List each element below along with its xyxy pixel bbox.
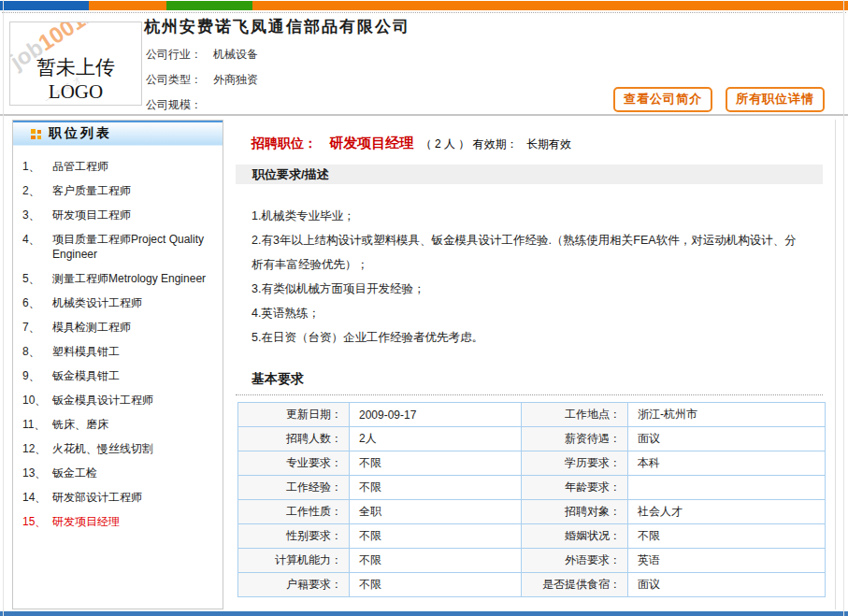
logo-placeholder-text: 暂未上传LOGO xyxy=(10,54,141,104)
job-list-item-8[interactable]: 8、塑料模具钳工 xyxy=(13,339,223,364)
company-field-2: 公司类型：外商独资 xyxy=(146,69,258,94)
req-label: 工作地点： xyxy=(522,403,628,427)
job-list-header: 职位列表 xyxy=(13,121,223,146)
requirements-row-5: 工作性质：全职招聘对象：社会人才 xyxy=(238,500,826,524)
description-line-2: 2.有3年以上结构设计或塑料模具、钣金模具设计工作经验.（熟练使用相关FEA软件… xyxy=(252,228,808,277)
basic-requirements-table: 更新日期：2009-09-17工作地点：浙江-杭州市招聘人数：2人薪资待遇：面议… xyxy=(237,402,826,597)
job-description-section-title: 职位要求/描述 xyxy=(236,165,823,184)
basic-requirements-title: 基本要求 xyxy=(236,371,823,395)
requirements-row-3: 专业要求：不限学历要求：本科 xyxy=(238,451,826,476)
req-value: 不限 xyxy=(350,476,522,500)
requirements-row-7: 计算机能力：不限外语要求：英语 xyxy=(238,549,826,573)
grid-squares-icon xyxy=(31,129,41,139)
company-header: job1001.com 一览英才 暂未上传LOGO 杭州安费诺飞凤通信部品有限公… xyxy=(4,14,843,114)
req-label: 计算机能力： xyxy=(238,549,350,573)
job-list-item-number: 5、 xyxy=(22,271,52,286)
req-value: 2人 xyxy=(350,427,522,451)
top-bar-segment-1 xyxy=(0,1,89,10)
company-field-1: 公司行业：机械设备 xyxy=(146,44,258,69)
job-list-item-5[interactable]: 5、测量工程师Metrology Engineer xyxy=(13,266,223,291)
job-list-item-label: 客户质量工程师 xyxy=(52,183,219,198)
top-bar-segment-2 xyxy=(89,1,166,10)
job-list-item-number: 8、 xyxy=(22,344,52,359)
description-line-4: 4.英语熟练； xyxy=(252,301,808,325)
req-value: 不限 xyxy=(350,549,522,573)
job-list-item-number: 14、 xyxy=(22,490,52,505)
company-logo-placeholder: job1001.com 一览英才 暂未上传LOGO xyxy=(9,21,142,106)
job-list-item-13[interactable]: 13、钣金工检 xyxy=(13,461,223,485)
job-list-item-label: 钣金模具设计工程师 xyxy=(52,393,219,408)
job-list-item-12[interactable]: 12、火花机、慢丝线切割 xyxy=(13,437,223,461)
job-list-item-label: 铣床、磨床 xyxy=(52,417,219,432)
view-company-profile-button[interactable]: 查看公司简介 xyxy=(613,87,712,112)
req-value: 不限 xyxy=(350,573,522,597)
job-list-item-number: 7、 xyxy=(22,320,52,335)
job-list-item-number: 13、 xyxy=(22,466,52,480)
job-list-item-label: 钣金工检 xyxy=(52,466,219,480)
header-buttons: 查看公司简介所有职位详情 xyxy=(600,87,825,112)
job-list-item-label: 塑料模具钳工 xyxy=(52,344,219,359)
validity-value: 长期有效 xyxy=(526,137,571,150)
all-job-details-button[interactable]: 所有职位详情 xyxy=(726,87,825,112)
req-label: 招聘人数： xyxy=(238,427,350,451)
job-header: 招聘职位： 研发项目经理 （ 2 人 ） 有效期： 长期有效 xyxy=(252,135,823,152)
req-label: 更新日期： xyxy=(238,403,350,427)
job-list-item-number: 2、 xyxy=(22,183,52,198)
job-list-item-label: 品管工程师 xyxy=(52,159,219,174)
company-field-label: 公司规模： xyxy=(146,98,202,111)
req-label: 是否提供食宿： xyxy=(522,573,628,597)
req-value: 全职 xyxy=(350,500,522,524)
job-list-item-3[interactable]: 3、研发项目工程师 xyxy=(13,203,223,227)
job-list: 1、品管工程师2、客户质量工程师3、研发项目工程师4、项目质量工程师Projec… xyxy=(13,154,223,534)
job-list-item-7[interactable]: 7、模具检测工程师 xyxy=(13,315,223,339)
job-list-item-label: 机械类设计工程师 xyxy=(52,295,219,310)
job-list-item-number: 15、 xyxy=(22,514,52,529)
req-label: 户籍要求： xyxy=(238,573,350,597)
job-list-item-number: 3、 xyxy=(22,208,52,222)
page: job1001.com 一览英才 暂未上传LOGO 杭州安费诺飞凤通信部品有限公… xyxy=(0,0,848,616)
company-field-label: 公司类型： xyxy=(146,73,202,86)
company-field-label: 公司行业： xyxy=(146,48,202,61)
job-list-item-1[interactable]: 1、品管工程师 xyxy=(13,154,223,179)
company-name: 杭州安费诺飞凤通信部品有限公司 xyxy=(144,16,410,37)
req-value: 不限 xyxy=(628,524,826,549)
job-list-item-number: 6、 xyxy=(22,295,52,310)
description-line-3: 3.有类似机械方面项目开发经验； xyxy=(252,277,808,301)
requirements-row-1: 更新日期：2009-09-17工作地点：浙江-杭州市 xyxy=(238,403,826,427)
req-label: 婚姻状况： xyxy=(522,524,628,549)
job-list-item-label: 研发部设计工程师 xyxy=(52,490,219,505)
job-list-item-15[interactable]: 15、研发项目经理 xyxy=(13,509,223,534)
job-description-text: 1.机械类专业毕业；2.有3年以上结构设计或塑料模具、钣金模具设计工作经验.（熟… xyxy=(252,204,808,350)
job-list-item-4[interactable]: 4、项目质量工程师Project Quality Engineer xyxy=(13,227,223,266)
job-list-item-11[interactable]: 11、铣床、磨床 xyxy=(13,412,223,437)
company-field-value: 外商独资 xyxy=(213,73,258,86)
job-list-item-9[interactable]: 9、钣金模具钳工 xyxy=(13,364,223,388)
bottom-color-bar xyxy=(0,611,848,616)
job-list-item-6[interactable]: 6、机械类设计工程师 xyxy=(13,291,223,315)
top-bar-segment-3 xyxy=(166,1,252,10)
requirements-row-8: 户籍要求：不限是否提供食宿：面议 xyxy=(238,573,826,597)
job-list-item-number: 9、 xyxy=(22,368,52,383)
description-line-1: 1.机械类专业毕业； xyxy=(252,204,808,228)
req-label: 薪资待遇： xyxy=(522,427,628,451)
req-label: 性别要求： xyxy=(238,524,350,549)
content-area: 职位列表 1、品管工程师2、客户质量工程师3、研发项目工程师4、项目质量工程师P… xyxy=(12,120,836,609)
req-label: 外语要求： xyxy=(522,549,628,573)
req-value xyxy=(628,476,826,500)
job-list-item-10[interactable]: 10、钣金模具设计工程师 xyxy=(13,388,223,412)
requirements-row-6: 性别要求：不限婚姻状况：不限 xyxy=(238,524,826,549)
req-label: 工作性质： xyxy=(238,500,350,524)
job-list-item-number: 4、 xyxy=(22,232,52,262)
job-list-item-number: 11、 xyxy=(22,417,52,432)
description-line-5: 5.在日资（台资）企业工作经验者优先考虑。 xyxy=(252,325,808,350)
job-list-item-number: 1、 xyxy=(22,159,52,174)
req-label: 学历要求： xyxy=(522,451,628,476)
job-list-item-label: 火花机、慢丝线切割 xyxy=(52,441,219,456)
top-dotted-divider xyxy=(2,12,846,13)
job-list-item-label: 测量工程师Metrology Engineer xyxy=(52,271,219,286)
job-list-item-label: 模具检测工程师 xyxy=(52,320,219,335)
job-list-item-14[interactable]: 14、研发部设计工程师 xyxy=(13,485,223,509)
job-headcount: （ 2 人 ） xyxy=(421,137,470,150)
top-color-bar xyxy=(0,1,848,10)
job-list-item-2[interactable]: 2、客户质量工程师 xyxy=(13,179,223,203)
